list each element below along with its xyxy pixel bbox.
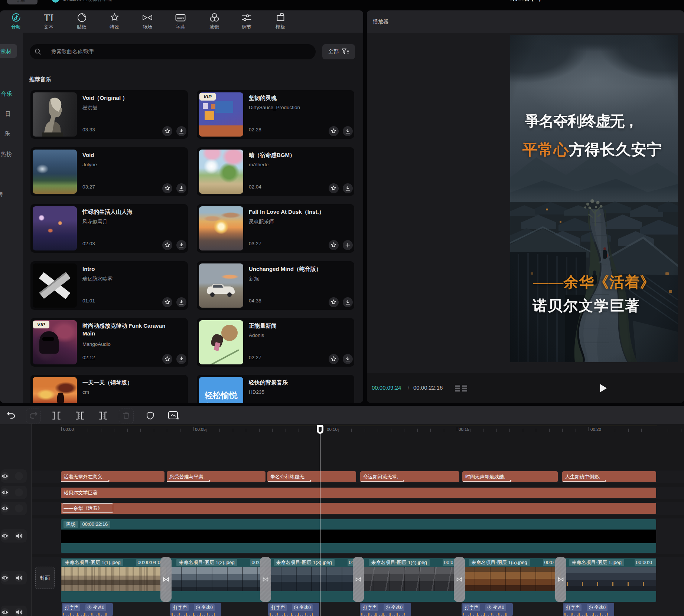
svg-text:——余华《活着》: ——余华《活着》 (533, 274, 655, 291)
svg-text:TI: TI (44, 13, 53, 23)
svg-text:平常心方得长久安宁: 平常心方得长久安宁 (522, 141, 662, 158)
svg-text:爭名夺利终虚无，: 爭名夺利终虚无， (525, 113, 638, 129)
svg-text:诺贝尔文学巨著: 诺贝尔文学巨著 (532, 298, 641, 314)
